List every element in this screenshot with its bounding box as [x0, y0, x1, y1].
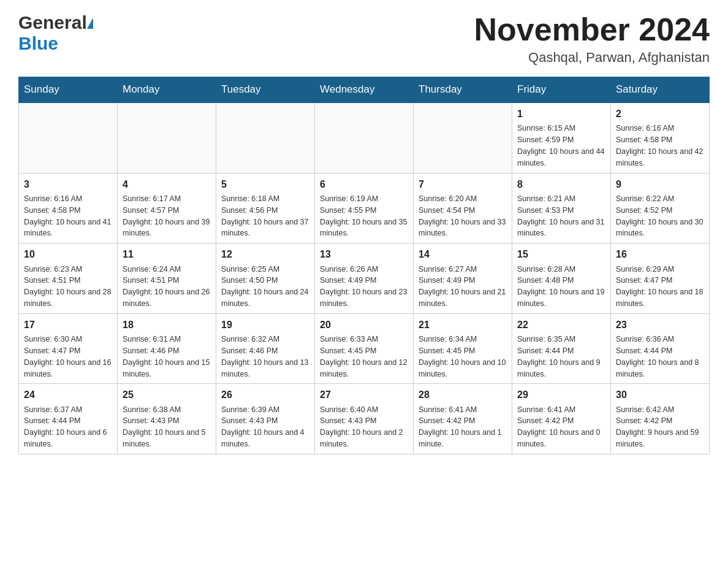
weekday-header-friday: Friday: [512, 77, 611, 103]
calendar-day-cell: 26Sunrise: 6:39 AM Sunset: 4:43 PM Dayli…: [216, 384, 315, 454]
day-info: Sunrise: 6:42 AM Sunset: 4:42 PM Dayligh…: [616, 405, 699, 449]
day-info: Sunrise: 6:17 AM Sunset: 4:57 PM Dayligh…: [123, 194, 210, 238]
day-number: 16: [616, 247, 704, 261]
day-info: Sunrise: 6:29 AM Sunset: 4:47 PM Dayligh…: [616, 265, 703, 308]
day-info: Sunrise: 6:39 AM Sunset: 4:43 PM Dayligh…: [221, 405, 305, 449]
day-number: 29: [517, 388, 605, 402]
day-number: 8: [517, 177, 605, 191]
day-number: 2: [616, 107, 704, 121]
day-number: 12: [221, 247, 309, 261]
calendar-day-cell: 13Sunrise: 6:26 AM Sunset: 4:49 PM Dayli…: [315, 243, 414, 314]
weekday-header-wednesday: Wednesday: [315, 77, 414, 103]
weekday-header-tuesday: Tuesday: [216, 77, 315, 103]
day-number: 27: [320, 388, 408, 402]
day-number: 1: [517, 107, 605, 121]
calendar-day-cell: 4Sunrise: 6:17 AM Sunset: 4:57 PM Daylig…: [118, 173, 216, 243]
day-info: Sunrise: 6:32 AM Sunset: 4:46 PM Dayligh…: [221, 335, 308, 378]
day-info: Sunrise: 6:35 AM Sunset: 4:44 PM Dayligh…: [517, 335, 601, 378]
calendar-week-5: 24Sunrise: 6:37 AM Sunset: 4:44 PM Dayli…: [19, 384, 710, 454]
calendar-day-cell: 8Sunrise: 6:21 AM Sunset: 4:53 PM Daylig…: [512, 173, 611, 243]
day-info: Sunrise: 6:23 AM Sunset: 4:51 PM Dayligh…: [24, 265, 111, 308]
calendar-day-cell: 3Sunrise: 6:16 AM Sunset: 4:58 PM Daylig…: [19, 173, 118, 243]
day-number: 4: [123, 177, 211, 191]
weekday-header-row: SundayMondayTuesdayWednesdayThursdayFrid…: [19, 77, 710, 103]
day-info: Sunrise: 6:15 AM Sunset: 4:59 PM Dayligh…: [517, 124, 604, 167]
calendar-day-cell: 30Sunrise: 6:42 AM Sunset: 4:42 PM Dayli…: [611, 384, 710, 454]
day-info: Sunrise: 6:33 AM Sunset: 4:45 PM Dayligh…: [320, 335, 407, 378]
calendar-day-cell: 5Sunrise: 6:18 AM Sunset: 4:56 PM Daylig…: [216, 173, 315, 243]
logo-blue-text: Blue: [18, 33, 58, 54]
calendar-day-cell: 23Sunrise: 6:36 AM Sunset: 4:44 PM Dayli…: [611, 313, 710, 384]
day-number: 19: [221, 318, 309, 332]
day-info: Sunrise: 6:40 AM Sunset: 4:43 PM Dayligh…: [320, 405, 403, 449]
calendar-title: November 2024: [474, 12, 710, 47]
day-info: Sunrise: 6:20 AM Sunset: 4:54 PM Dayligh…: [419, 194, 506, 238]
calendar-day-cell: [315, 102, 414, 173]
calendar-day-cell: 9Sunrise: 6:22 AM Sunset: 4:52 PM Daylig…: [611, 173, 710, 243]
calendar-day-cell: [19, 102, 118, 173]
day-number: 13: [320, 247, 408, 261]
day-number: 14: [419, 247, 507, 261]
day-number: 7: [419, 177, 507, 191]
calendar-week-3: 10Sunrise: 6:23 AM Sunset: 4:51 PM Dayli…: [19, 243, 710, 314]
day-info: Sunrise: 6:19 AM Sunset: 4:55 PM Dayligh…: [320, 194, 407, 238]
calendar-day-cell: 1Sunrise: 6:15 AM Sunset: 4:59 PM Daylig…: [512, 102, 611, 173]
calendar-header: SundayMondayTuesdayWednesdayThursdayFrid…: [19, 77, 710, 103]
calendar-week-2: 3Sunrise: 6:16 AM Sunset: 4:58 PM Daylig…: [19, 173, 710, 243]
logo-general-text: General: [18, 12, 87, 33]
calendar-day-cell: 18Sunrise: 6:31 AM Sunset: 4:46 PM Dayli…: [118, 313, 216, 384]
calendar-week-4: 17Sunrise: 6:30 AM Sunset: 4:47 PM Dayli…: [19, 313, 710, 384]
calendar-day-cell: 15Sunrise: 6:28 AM Sunset: 4:48 PM Dayli…: [512, 243, 611, 314]
day-info: Sunrise: 6:16 AM Sunset: 4:58 PM Dayligh…: [24, 194, 111, 238]
weekday-header-saturday: Saturday: [611, 77, 710, 103]
calendar-day-cell: 7Sunrise: 6:20 AM Sunset: 4:54 PM Daylig…: [414, 173, 512, 243]
weekday-header-sunday: Sunday: [19, 77, 118, 103]
calendar-day-cell: 6Sunrise: 6:19 AM Sunset: 4:55 PM Daylig…: [315, 173, 414, 243]
title-block: November 2024 Qashqal, Parwan, Afghanist…: [474, 12, 710, 66]
calendar-day-cell: 12Sunrise: 6:25 AM Sunset: 4:50 PM Dayli…: [216, 243, 315, 314]
day-number: 26: [221, 388, 309, 402]
calendar-day-cell: 27Sunrise: 6:40 AM Sunset: 4:43 PM Dayli…: [315, 384, 414, 454]
calendar-day-cell: 10Sunrise: 6:23 AM Sunset: 4:51 PM Dayli…: [19, 243, 118, 314]
day-info: Sunrise: 6:18 AM Sunset: 4:56 PM Dayligh…: [221, 194, 308, 238]
day-info: Sunrise: 6:16 AM Sunset: 4:58 PM Dayligh…: [616, 124, 703, 167]
day-info: Sunrise: 6:36 AM Sunset: 4:44 PM Dayligh…: [616, 335, 699, 378]
day-number: 22: [517, 318, 605, 332]
day-number: 15: [517, 247, 605, 261]
day-info: Sunrise: 6:41 AM Sunset: 4:42 PM Dayligh…: [517, 405, 601, 449]
weekday-header-thursday: Thursday: [414, 77, 512, 103]
logo: General Blue: [18, 12, 93, 54]
day-number: 9: [616, 177, 704, 191]
day-info: Sunrise: 6:28 AM Sunset: 4:48 PM Dayligh…: [517, 265, 604, 308]
day-number: 21: [419, 318, 507, 332]
day-info: Sunrise: 6:21 AM Sunset: 4:53 PM Dayligh…: [517, 194, 604, 238]
calendar-day-cell: [118, 102, 216, 173]
calendar-day-cell: 11Sunrise: 6:24 AM Sunset: 4:51 PM Dayli…: [118, 243, 216, 314]
day-info: Sunrise: 6:31 AM Sunset: 4:46 PM Dayligh…: [123, 335, 210, 378]
day-number: 5: [221, 177, 309, 191]
calendar-subtitle: Qashqal, Parwan, Afghanistan: [474, 50, 710, 66]
day-number: 24: [24, 388, 112, 402]
day-number: 23: [616, 318, 704, 332]
calendar-day-cell: 25Sunrise: 6:38 AM Sunset: 4:43 PM Dayli…: [118, 384, 216, 454]
day-number: 20: [320, 318, 408, 332]
day-number: 10: [24, 247, 112, 261]
day-number: 17: [24, 318, 112, 332]
day-number: 11: [123, 247, 211, 261]
calendar-day-cell: [414, 102, 512, 173]
day-info: Sunrise: 6:25 AM Sunset: 4:50 PM Dayligh…: [221, 265, 308, 308]
day-info: Sunrise: 6:38 AM Sunset: 4:43 PM Dayligh…: [123, 405, 206, 449]
day-info: Sunrise: 6:30 AM Sunset: 4:47 PM Dayligh…: [24, 335, 111, 378]
day-number: 18: [123, 318, 211, 332]
day-number: 3: [24, 177, 112, 191]
day-info: Sunrise: 6:22 AM Sunset: 4:52 PM Dayligh…: [616, 194, 703, 238]
calendar-day-cell: 29Sunrise: 6:41 AM Sunset: 4:42 PM Dayli…: [512, 384, 611, 454]
calendar-day-cell: 24Sunrise: 6:37 AM Sunset: 4:44 PM Dayli…: [19, 384, 118, 454]
weekday-header-monday: Monday: [118, 77, 216, 103]
logo-arrow-icon: [87, 18, 93, 29]
day-number: 25: [123, 388, 211, 402]
page-header: General Blue November 2024 Qashqal, Parw…: [18, 12, 710, 66]
calendar-day-cell: 22Sunrise: 6:35 AM Sunset: 4:44 PM Dayli…: [512, 313, 611, 384]
calendar-day-cell: 20Sunrise: 6:33 AM Sunset: 4:45 PM Dayli…: [315, 313, 414, 384]
calendar-table: SundayMondayTuesdayWednesdayThursdayFrid…: [18, 77, 710, 454]
